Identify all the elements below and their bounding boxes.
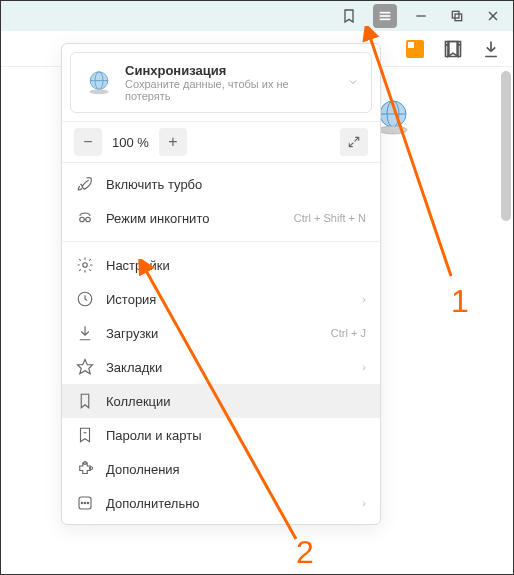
puzzle-icon — [76, 460, 94, 478]
main-menu-dropdown: Синхронизация Сохраните данные, чтобы их… — [61, 43, 381, 525]
sync-card[interactable]: Синхронизация Сохраните данные, чтобы их… — [70, 52, 372, 113]
menu-item-addons[interactable]: Дополнения — [62, 452, 380, 486]
sync-title: Синхронизация — [125, 63, 337, 78]
sync-globe-icon — [83, 67, 115, 99]
incognito-icon — [76, 209, 94, 227]
downloads-icon[interactable] — [481, 39, 501, 59]
maximize-button[interactable] — [445, 4, 469, 28]
svg-point-24 — [81, 502, 83, 504]
menu-label: Закладки — [106, 360, 350, 375]
zoom-value: 100 % — [108, 135, 153, 150]
menu-label: Дополнительно — [106, 496, 350, 511]
sync-subtitle: Сохраните данные, чтобы их не потерять — [125, 78, 337, 102]
svg-marker-20 — [78, 360, 93, 374]
key-icon — [76, 426, 94, 444]
menu-item-history[interactable]: История › — [62, 282, 380, 316]
clock-icon — [76, 290, 94, 308]
minimize-button[interactable] — [409, 4, 433, 28]
menu-label: Пароли и карты — [106, 428, 366, 443]
sidebar-panel-icon[interactable] — [443, 39, 463, 59]
menu-item-turbo[interactable]: Включить турбо — [62, 167, 380, 201]
menu-label: Дополнения — [106, 462, 366, 477]
menu-item-passwords[interactable]: Пароли и карты — [62, 418, 380, 452]
svg-point-11 — [379, 126, 407, 134]
download-icon — [76, 324, 94, 342]
menu-label: Включить турбо — [106, 177, 366, 192]
svg-point-22 — [90, 467, 93, 470]
svg-point-25 — [84, 502, 86, 504]
menu-divider — [62, 241, 380, 242]
gear-icon — [76, 256, 94, 274]
close-button[interactable] — [481, 4, 505, 28]
chevron-right-icon: › — [362, 361, 366, 373]
chevron-right-icon: › — [362, 293, 366, 305]
menu-label: Коллекции — [106, 394, 366, 409]
menu-item-settings[interactable]: Настройки — [62, 248, 380, 282]
svg-point-15 — [89, 89, 108, 94]
svg-point-17 — [86, 217, 91, 222]
svg-point-16 — [80, 217, 85, 222]
menu-item-more[interactable]: Дополнительно › — [62, 486, 380, 520]
svg-point-18 — [83, 263, 88, 268]
menu-label: Настройки — [106, 258, 366, 273]
zoom-controls: − 100 % + — [62, 121, 380, 163]
menu-item-bookmarks[interactable]: Закладки › — [62, 350, 380, 384]
menu-item-downloads[interactable]: Загрузки Ctrl + J — [62, 316, 380, 350]
page-scrollbar[interactable] — [501, 71, 511, 221]
menu-label: История — [106, 292, 350, 307]
chevron-right-icon: › — [362, 497, 366, 509]
menu-shortcut: Ctrl + J — [331, 327, 366, 339]
zoom-in-button[interactable]: + — [159, 128, 187, 156]
dots-icon — [76, 494, 94, 512]
svg-point-26 — [87, 502, 89, 504]
bookmark-icon[interactable] — [337, 4, 361, 28]
fullscreen-button[interactable] — [340, 128, 368, 156]
zoom-out-button[interactable]: − — [74, 128, 102, 156]
menu-label: Режим инкогнито — [106, 211, 282, 226]
window-titlebar — [1, 1, 513, 31]
main-menu-button[interactable] — [373, 4, 397, 28]
star-icon — [76, 358, 94, 376]
rocket-icon — [76, 175, 94, 193]
menu-label: Загрузки — [106, 326, 319, 341]
menu-shortcut: Ctrl + Shift + N — [294, 212, 366, 224]
bookmark-flag-icon — [76, 392, 94, 410]
menu-item-collections[interactable]: Коллекции — [62, 384, 380, 418]
tab-icon[interactable] — [405, 39, 425, 59]
sync-text: Синхронизация Сохраните данные, чтобы их… — [125, 63, 337, 102]
chevron-down-icon — [347, 74, 359, 92]
menu-item-incognito[interactable]: Режим инкогнито Ctrl + Shift + N — [62, 201, 380, 235]
